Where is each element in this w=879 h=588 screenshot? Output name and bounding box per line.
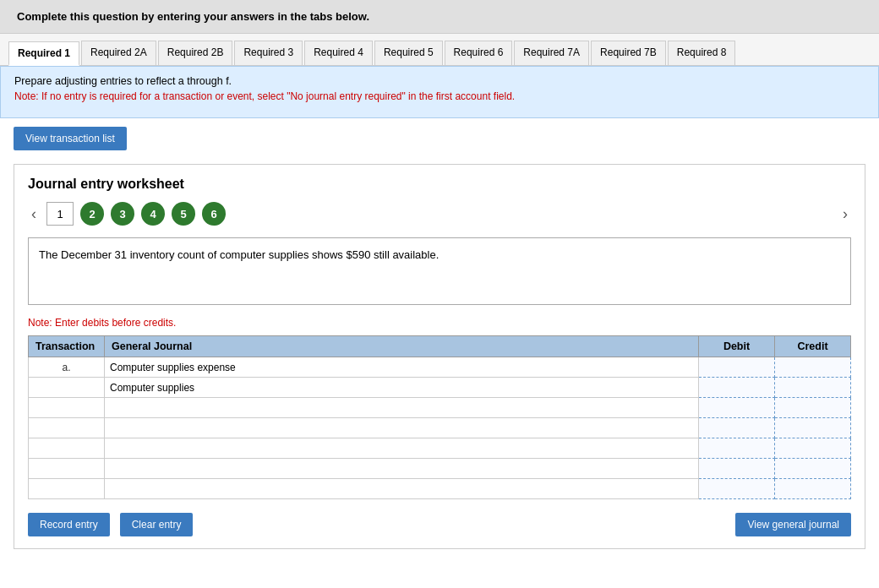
page-2-button[interactable]: 2	[80, 202, 104, 226]
account-input[interactable]	[105, 418, 698, 438]
debit-cell[interactable]	[699, 357, 775, 378]
table-row: a.	[29, 357, 851, 378]
transaction-cell: a.	[29, 357, 105, 378]
account-input[interactable]	[105, 357, 698, 377]
debit-input[interactable]	[699, 357, 774, 377]
table-row	[29, 479, 851, 499]
col-header-transaction: Transaction	[29, 336, 105, 357]
tab-required4[interactable]: Required 4	[304, 41, 373, 65]
credit-cell[interactable]	[775, 398, 851, 418]
credit-cell[interactable]	[775, 357, 851, 378]
info-box: Prepare adjusting entries to reflect a t…	[0, 66, 879, 118]
description-text: The December 31 inventory count of compu…	[39, 248, 439, 261]
tab-required7b[interactable]: Required 7B	[591, 41, 666, 65]
credit-input[interactable]	[775, 418, 850, 438]
debit-credit-note: Note: Enter debits before credits.	[28, 317, 851, 329]
account-input[interactable]	[105, 459, 698, 478]
debit-input[interactable]	[699, 479, 774, 498]
table-row	[29, 398, 851, 418]
prev-page-button[interactable]: ‹	[28, 205, 40, 223]
debit-cell[interactable]	[699, 398, 775, 418]
view-general-journal-button[interactable]: View general journal	[735, 513, 851, 536]
account-input[interactable]	[105, 438, 698, 458]
table-row	[29, 459, 851, 479]
tab-required1[interactable]: Required 1	[8, 41, 79, 66]
nav-row: ‹ 1 2 3 4 5 6 ›	[28, 202, 851, 226]
debit-cell[interactable]	[699, 438, 775, 459]
credit-cell[interactable]	[775, 378, 851, 398]
view-transaction-button[interactable]: View transaction list	[14, 127, 127, 150]
account-cell[interactable]	[105, 378, 699, 398]
worksheet-title: Journal entry worksheet	[28, 177, 851, 192]
account-input[interactable]	[105, 398, 698, 417]
debit-input[interactable]	[699, 398, 774, 417]
account-cell[interactable]	[105, 418, 699, 438]
transaction-cell	[29, 479, 105, 499]
credit-input[interactable]	[775, 357, 850, 377]
col-header-debit: Debit	[699, 336, 775, 357]
debit-cell[interactable]	[699, 459, 775, 479]
journal-table: Transaction General Journal Debit Credit…	[28, 335, 851, 499]
credit-cell[interactable]	[775, 479, 851, 499]
tab-required5[interactable]: Required 5	[374, 41, 443, 65]
debit-input[interactable]	[699, 378, 774, 397]
transaction-cell	[29, 459, 105, 479]
credit-cell[interactable]	[775, 418, 851, 438]
credit-input[interactable]	[775, 438, 850, 458]
worksheet-card: Journal entry worksheet ‹ 1 2 3 4 5 6 › …	[14, 164, 865, 549]
page-5-button[interactable]: 5	[172, 202, 195, 226]
account-cell[interactable]	[105, 357, 699, 378]
table-row	[29, 418, 851, 438]
col-header-credit: Credit	[775, 336, 851, 357]
debit-cell[interactable]	[699, 418, 775, 438]
info-line1: Prepare adjusting entries to reflect a t…	[14, 75, 865, 87]
transaction-cell	[29, 438, 105, 459]
credit-input[interactable]	[775, 378, 850, 397]
account-cell[interactable]	[105, 438, 699, 459]
credit-input[interactable]	[775, 459, 850, 478]
view-transaction-container: View transaction list	[14, 127, 127, 150]
tab-required8[interactable]: Required 8	[668, 41, 736, 65]
debit-input[interactable]	[699, 418, 774, 438]
tab-required3[interactable]: Required 3	[234, 41, 303, 65]
description-box: The December 31 inventory count of compu…	[28, 237, 851, 305]
account-cell[interactable]	[105, 398, 699, 418]
tab-required6[interactable]: Required 6	[445, 41, 513, 65]
debit-input[interactable]	[699, 438, 774, 458]
table-row	[29, 438, 851, 459]
col-header-journal: General Journal	[105, 336, 699, 357]
table-row	[29, 378, 851, 398]
tabs-container: Required 1 Required 2A Required 2B Requi…	[0, 34, 879, 66]
next-page-button[interactable]: ›	[839, 205, 851, 223]
tab-required7a[interactable]: Required 7A	[514, 41, 589, 65]
account-cell[interactable]	[105, 479, 699, 499]
instruction-bar: Complete this question by entering your …	[0, 0, 879, 34]
credit-cell[interactable]	[775, 459, 851, 479]
account-input[interactable]	[105, 479, 698, 498]
transaction-cell	[29, 378, 105, 398]
transaction-cell	[29, 418, 105, 438]
transaction-cell	[29, 398, 105, 418]
debit-input[interactable]	[699, 459, 774, 478]
debit-cell[interactable]	[699, 378, 775, 398]
debit-cell[interactable]	[699, 479, 775, 499]
tab-required2b[interactable]: Required 2B	[158, 41, 233, 65]
credit-input[interactable]	[775, 479, 850, 498]
info-line2: Note: If no entry is required for a tran…	[14, 90, 865, 102]
account-input[interactable]	[105, 378, 698, 397]
account-cell[interactable]	[105, 459, 699, 479]
tab-required2a[interactable]: Required 2A	[81, 41, 156, 65]
record-entry-button[interactable]: Record entry	[28, 513, 110, 536]
instruction-text: Complete this question by entering your …	[17, 10, 369, 23]
page-6-button[interactable]: 6	[202, 202, 226, 226]
current-page: 1	[46, 202, 74, 226]
bottom-buttons: Record entry Clear entry View general jo…	[28, 513, 851, 536]
clear-entry-button[interactable]: Clear entry	[120, 513, 194, 536]
credit-input[interactable]	[775, 398, 850, 417]
page-3-button[interactable]: 3	[111, 202, 134, 226]
credit-cell[interactable]	[775, 438, 851, 459]
page-4-button[interactable]: 4	[141, 202, 165, 226]
